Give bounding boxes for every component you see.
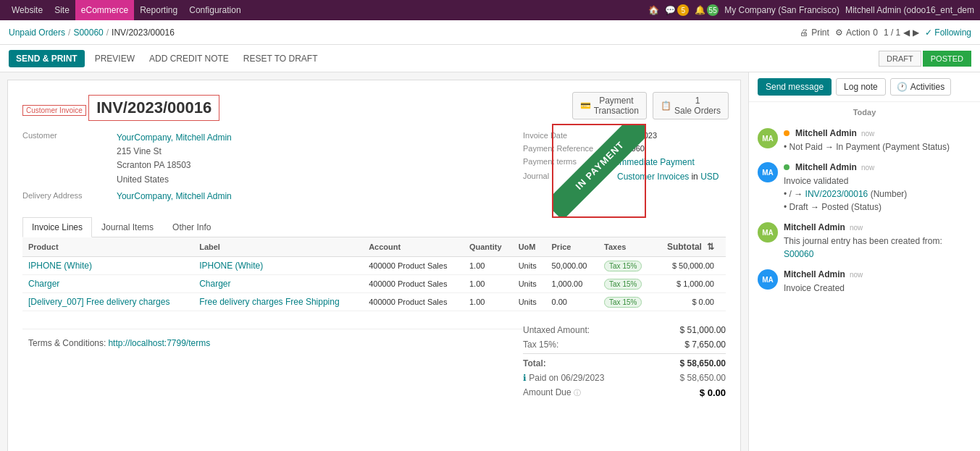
totals-section: Untaxed Amount: $ 51,000.00 Tax 15%: $ 7… <box>523 323 726 400</box>
total-row: Total: $ 58,650.00 <box>523 353 726 371</box>
message-author: Mitchell Admin <box>784 222 845 232</box>
table-row: Charger Charger 400000 Product Sales 1.0… <box>22 274 726 292</box>
cell-uom: Units <box>513 274 546 292</box>
customer-link[interactable]: YourCompany, Mitchell Admin <box>117 132 232 143</box>
reset-to-draft-button[interactable]: RESET TO DRAFT <box>239 51 322 67</box>
status-dot <box>784 130 790 136</box>
preview-button[interactable]: PREVIEW <box>91 51 139 67</box>
untaxed-row: Untaxed Amount: $ 51,000.00 <box>523 323 726 337</box>
main-layout: 💳 PaymentTransaction 📋 1Sale Orders IN P… <box>0 72 980 451</box>
chatter: Send message Log note 🕐 Activities Today… <box>748 72 980 451</box>
in-payment-badge-container: IN PAYMENT <box>552 124 646 218</box>
payment-transaction-button[interactable]: 💳 PaymentTransaction <box>572 92 647 119</box>
message-time: now <box>861 164 874 172</box>
sale-orders-button[interactable]: 📋 1Sale Orders <box>653 92 729 119</box>
topbar-right: 🏠 💬 5 🔔 55 My Company (San Francisco) Mi… <box>648 4 974 16</box>
nav-site[interactable]: Site <box>49 0 75 20</box>
cell-label: Free delivery charges Free Shipping <box>193 292 363 311</box>
next-arrow[interactable]: ▶ <box>913 28 919 38</box>
terms-totals-section: Terms & Conditions: http://localhost:779… <box>22 323 726 400</box>
label-link[interactable]: Charger <box>199 279 230 289</box>
chatter-today: Today <box>749 102 980 122</box>
tax-badge: Tax 15% <box>604 297 642 308</box>
breadcrumb-actions: 🖨 Print ⚙ Action 0 1 / 1 ◀ ▶ ✓ Following <box>800 28 971 38</box>
chatter-message: MA Mitchell Admin now Invoice validated•… <box>758 162 971 214</box>
cell-taxes: Tax 15% <box>598 292 653 311</box>
action-button[interactable]: ⚙ Action 0 <box>835 28 878 38</box>
message-header: Mitchell Admin now <box>784 162 971 172</box>
paid-row: ℹ Paid on 06/29/2023 $ 58,650.00 <box>523 371 726 385</box>
currency-link[interactable]: USD <box>700 172 719 182</box>
pagination: 1 / 1 ◀ ▶ <box>884 28 919 38</box>
send-message-button[interactable]: Send message <box>758 78 832 96</box>
info-icon: ℹ <box>523 373 527 383</box>
tab-journal-items[interactable]: Journal Items <box>92 217 163 237</box>
message-time: now <box>861 130 874 138</box>
cell-account: 400000 Product Sales <box>363 292 464 311</box>
tax-row: Tax 15%: $ 7,650.00 <box>523 337 726 352</box>
cell-product: [Delivery_007] Free delivery charges <box>22 292 193 311</box>
chatter-message: MA Mitchell Admin now • Not Paid → In Pa… <box>758 128 971 153</box>
prev-arrow[interactable]: ◀ <box>903 28 910 38</box>
home-icon[interactable]: 🏠 <box>648 5 659 15</box>
breadcrumb-unpaid-orders[interactable]: Unpaid Orders <box>9 28 65 38</box>
log-note-button[interactable]: Log note <box>836 78 886 96</box>
send-print-button[interactable]: SEND & PRINT <box>9 50 85 67</box>
message-header: Mitchell Admin now <box>784 269 971 279</box>
company-label: My Company (San Francisco) <box>724 5 839 15</box>
avatar: MA <box>758 269 778 290</box>
invoice-type-label: Customer Invoice <box>22 105 86 116</box>
delivery-row: Delivery Address YourCompany, Mitchell A… <box>22 191 494 201</box>
gear-icon: ⚙ <box>835 28 843 38</box>
cell-label: IPHONE (White) <box>193 256 363 274</box>
message-author: Mitchell Admin <box>795 162 857 172</box>
customer-row: Customer YourCompany, Mitchell Admin 215… <box>22 131 494 187</box>
breadcrumb-s00060[interactable]: S00060 <box>73 28 103 38</box>
message-content: Mitchell Admin now This journal entry ha… <box>784 222 971 261</box>
check-icon: ✓ <box>925 28 932 38</box>
invoice-top-actions: 💳 PaymentTransaction 📋 1Sale Orders <box>572 92 729 119</box>
table-row: IPHONE (White) IPHONE (White) 400000 Pro… <box>22 256 726 274</box>
message-author: Mitchell Admin <box>784 269 845 279</box>
breadcrumb-bar: Unpaid Orders / S00060 / INV/2023/00016 … <box>0 20 980 45</box>
notification-bell[interactable]: 💬 5 <box>665 4 689 16</box>
delivery-link[interactable]: YourCompany, Mitchell Admin <box>117 191 232 201</box>
col-taxes: Taxes <box>598 237 653 257</box>
tax-badge: Tax 15% <box>604 261 642 271</box>
product-link[interactable]: IPHONE (White) <box>28 261 92 271</box>
label-link[interactable]: Free delivery charges Free Shipping <box>199 297 339 307</box>
chat-icon[interactable]: 🔔 55 <box>695 4 719 16</box>
product-link[interactable]: [Delivery_007] Free delivery charges <box>28 297 169 307</box>
message-time: now <box>850 224 863 232</box>
nav-ecommerce[interactable]: eCommerce <box>75 0 134 20</box>
print-icon: 🖨 <box>800 28 808 38</box>
cell-quantity: 1.00 <box>464 256 513 274</box>
terms-link[interactable]: http://localhost:7799/terms <box>108 338 210 348</box>
message-header: Mitchell Admin now <box>784 222 971 232</box>
message-header: Mitchell Admin now <box>784 128 971 138</box>
product-link[interactable]: Charger <box>28 279 59 289</box>
label-link[interactable]: IPHONE (White) <box>199 261 263 271</box>
print-button[interactable]: 🖨 Print <box>800 28 829 38</box>
tax-badge: Tax 15% <box>604 279 642 290</box>
status-buttons: DRAFT POSTED <box>879 51 971 67</box>
breadcrumb-sep2: / <box>106 28 109 38</box>
activities-button[interactable]: 🕐 Activities <box>890 78 951 96</box>
tab-invoice-lines[interactable]: Invoice Lines <box>22 217 92 237</box>
message-content: Mitchell Admin now Invoice validated• / … <box>784 162 971 214</box>
message-content: Mitchell Admin now Invoice Created <box>784 269 971 295</box>
add-credit-note-button[interactable]: ADD CREDIT NOTE <box>145 51 233 67</box>
adjust-icon[interactable]: ⇅ <box>707 242 714 252</box>
status-draft-button[interactable]: DRAFT <box>879 51 921 67</box>
cell-product: Charger <box>22 274 193 292</box>
tab-other-info[interactable]: Other Info <box>163 217 220 237</box>
message-author: Mitchell Admin <box>795 128 857 138</box>
status-posted-button[interactable]: POSTED <box>923 51 971 67</box>
nav-configuration[interactable]: Configuration <box>183 0 246 20</box>
cell-uom: Units <box>513 292 546 311</box>
following-button[interactable]: ✓ Following <box>925 28 971 38</box>
toolbar: SEND & PRINT PREVIEW ADD CREDIT NOTE RES… <box>0 45 980 72</box>
breadcrumb-current: INV/2023/00016 <box>112 28 175 38</box>
nav-reporting[interactable]: Reporting <box>134 0 183 20</box>
nav-website[interactable]: Website <box>6 0 49 20</box>
